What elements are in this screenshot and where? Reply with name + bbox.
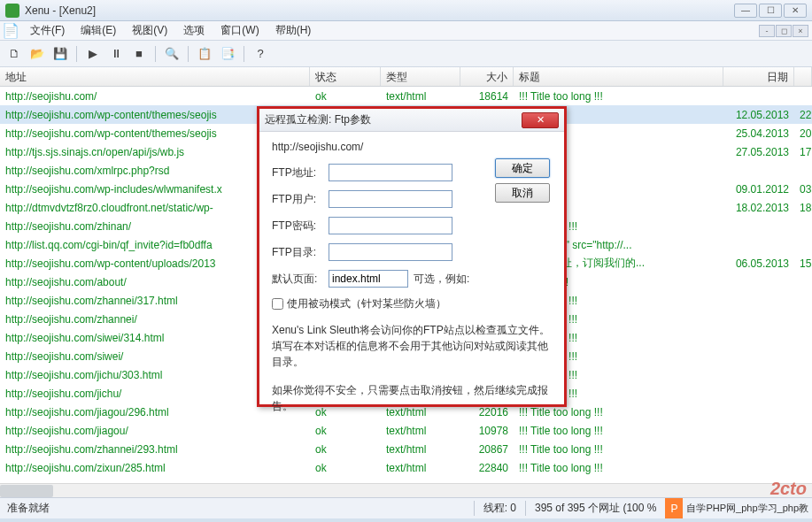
cell-type: text/html <box>381 443 460 456</box>
header-date[interactable]: 日期 <box>723 67 794 86</box>
dialog-info1: Xenu's Link Sleuth将会访问你的FTP站点以检查孤立文件。填写在… <box>272 322 552 370</box>
column-headers: 地址 状态 类型 大小 标题 日期 <box>0 67 812 87</box>
cell-date: 18.02.2013 <box>723 202 794 214</box>
menu-options[interactable]: 选项 <box>176 21 212 40</box>
cell-ext: 15 <box>794 257 812 270</box>
status-ready: 准备就绪 <box>0 501 474 516</box>
menu-view[interactable]: 视图(V) <box>125 21 174 40</box>
doc-icon: 📄 <box>4 25 18 37</box>
label-ftp-dir: FTP目录: <box>272 245 323 260</box>
header-title[interactable]: 标题 <box>514 67 723 86</box>
table-row[interactable]: http://seojishu.com/zixun/285.htmloktext… <box>0 458 812 477</box>
mdi-restore[interactable]: ◻ <box>776 25 792 37</box>
input-ftp-user[interactable] <box>329 190 452 208</box>
play-icon[interactable]: ▶ <box>84 45 102 63</box>
cell-addr: http://seojishu.com/zixun/285.html <box>0 462 310 474</box>
cell-ext: 18 <box>794 202 812 214</box>
watermark: 2cto <box>770 479 807 499</box>
mdi-close[interactable]: × <box>793 25 808 37</box>
cell-type: text/html <box>381 462 460 474</box>
titlebar: Xenu - [Xenu2] — ☐ ✕ <box>0 0 812 21</box>
horizontal-scrollbar[interactable] <box>0 483 812 497</box>
cell-status: ok <box>310 462 381 474</box>
status-threads: 线程: 0 <box>474 501 525 516</box>
save-icon[interactable]: 💾 <box>51 45 69 63</box>
label-optional: 可选，例如: <box>414 272 469 287</box>
cell-title: !!! Title too long !!! <box>514 462 723 474</box>
help-icon[interactable]: ? <box>251 45 269 63</box>
cell-size: 18614 <box>460 90 514 103</box>
cell-date: 09.01.2012 <box>723 183 794 196</box>
label-passive: 使用被动模式（针对某些防火墙） <box>287 296 446 311</box>
cell-date: 12.05.2013 <box>723 109 794 121</box>
dialog-titlebar: 远程孤立检测: Ftp参数 ✕ <box>259 109 564 132</box>
menu-help[interactable]: 帮助(H) <box>268 21 319 40</box>
copy-icon[interactable]: 📋 <box>196 45 213 63</box>
cell-addr: http://seojishu.com/ <box>0 90 310 103</box>
cell-status: ok <box>310 90 381 103</box>
mdi-minimize[interactable]: - <box>759 25 775 37</box>
cell-title: !!! Title too long !!! <box>514 443 723 456</box>
checkbox-passive[interactable] <box>272 298 283 310</box>
header-type[interactable]: 类型 <box>381 67 460 86</box>
menu-edit[interactable]: 编辑(E) <box>73 21 123 40</box>
menu-window[interactable]: 窗口(W) <box>213 21 266 40</box>
dialog-close-button[interactable]: ✕ <box>522 112 559 128</box>
status-progress: 395 of 395 个网址 (100 % <box>525 501 665 516</box>
maximize-button[interactable]: ☐ <box>759 4 782 18</box>
dialog-title: 远程孤立检测: Ftp参数 <box>265 112 522 127</box>
label-default-page: 默认页面: <box>272 272 323 287</box>
cell-size: 20867 <box>460 443 514 456</box>
cell-status: ok <box>310 443 381 456</box>
close-button[interactable]: ✕ <box>784 4 807 18</box>
header-size[interactable]: 大小 <box>460 67 514 86</box>
table-row[interactable]: http://seojishu.com/zhannei/293.htmlokte… <box>0 440 812 458</box>
new-icon[interactable]: 🗋 <box>5 45 23 63</box>
cell-ext: 22 <box>794 109 812 121</box>
cell-ext: 17 <box>794 146 812 158</box>
minimize-button[interactable]: — <box>734 4 757 18</box>
input-ftp-pass[interactable] <box>329 217 452 234</box>
window-title: Xenu - [Xenu2] <box>25 4 734 17</box>
toolbar: 🗋 📂 💾 ▶ ⏸ ■ 🔍 📋 📑 ? <box>0 41 812 67</box>
dialog-info2: 如果你觉得不安全，只需要点击取消按钮，然后继续完成报告。 <box>272 382 552 414</box>
input-ftp-dir[interactable] <box>329 243 452 261</box>
dialog-url: http://seojishu.com/ <box>272 141 552 153</box>
label-ftp-user: FTP用户: <box>272 192 323 207</box>
cell-ext: 03 <box>794 183 812 196</box>
find-icon[interactable]: 🔍 <box>163 45 181 63</box>
props-icon[interactable]: 📑 <box>219 45 236 63</box>
cell-date: 27.05.2013 <box>723 146 794 158</box>
pause-icon[interactable]: ⏸ <box>107 45 125 63</box>
menubar: 📄 文件(F) 编辑(E) 视图(V) 选项 窗口(W) 帮助(H) - ◻ × <box>0 21 812 41</box>
cell-ext: 20 <box>794 127 812 140</box>
cell-date: 25.04.2013 <box>723 127 794 140</box>
ext-badge-icon: P <box>665 498 683 518</box>
header-status[interactable]: 状态 <box>310 67 381 86</box>
cell-addr: http://seojishu.com/zhannei/293.html <box>0 443 310 456</box>
cell-type: text/html <box>381 90 460 103</box>
statusbar: 准备就绪 线程: 0 395 of 395 个网址 (100 % P 自学PHP… <box>0 497 812 518</box>
cell-date: 06.05.2013 <box>723 257 794 270</box>
input-ftp-addr[interactable] <box>329 164 452 181</box>
ext-label: 自学PHP网_php学习_php教 <box>683 502 812 515</box>
scrollbar-thumb[interactable] <box>0 485 53 497</box>
header-extra[interactable] <box>794 67 812 86</box>
label-ftp-addr: FTP地址: <box>272 165 323 180</box>
cell-size: 22840 <box>460 462 514 474</box>
open-icon[interactable]: 📂 <box>28 45 46 63</box>
table-row[interactable]: http://seojishu.com/oktext/html18614!!! … <box>0 87 812 105</box>
header-address[interactable]: 地址 <box>0 67 310 86</box>
cell-title: !!! Title too long !!! <box>514 90 723 103</box>
ftp-dialog: 远程孤立检测: Ftp参数 ✕ http://seojishu.com/ FTP… <box>257 106 567 407</box>
input-default-page[interactable] <box>329 270 408 288</box>
app-icon <box>5 4 19 18</box>
cancel-button[interactable]: 取消 <box>495 183 550 203</box>
label-ftp-pass: FTP密码: <box>272 219 323 234</box>
ok-button[interactable]: 确定 <box>495 158 550 178</box>
menu-file[interactable]: 文件(F) <box>23 21 72 40</box>
stop-icon[interactable]: ■ <box>130 45 148 63</box>
